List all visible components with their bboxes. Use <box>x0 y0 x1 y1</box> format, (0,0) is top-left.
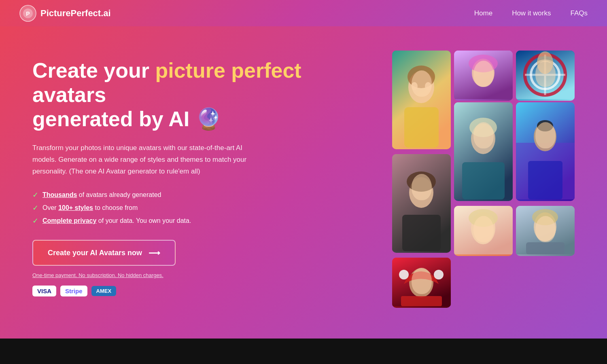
avatar-grid <box>392 51 575 306</box>
svg-point-6 <box>411 82 418 90</box>
feature-styles: ✓ Over 100+ styles to choose from <box>32 203 308 212</box>
svg-point-5 <box>407 66 435 88</box>
amex-badge: AMEX <box>91 286 117 296</box>
svg-rect-35 <box>526 242 565 254</box>
payment-note[interactable]: One-time payment. No subscription. No hi… <box>32 272 308 278</box>
avatar-1 <box>392 51 451 149</box>
thousands-link[interactable]: Thousands <box>42 191 77 198</box>
avatar-image-8 <box>516 206 575 254</box>
svg-point-37 <box>409 268 433 297</box>
avatar-image-1 <box>392 51 451 148</box>
navbar: P PicturePerfect.ai Home How it works FA… <box>0 0 607 26</box>
svg-rect-28 <box>528 161 562 199</box>
avatar-image-6 <box>516 102 575 199</box>
nav-how-it-works[interactable]: How it works <box>512 9 551 17</box>
svg-point-17 <box>409 177 433 208</box>
avatar-8 <box>516 206 575 256</box>
logo-link[interactable]: P PicturePerfect.ai <box>19 5 111 22</box>
nav-faqs[interactable]: FAQs <box>570 9 588 17</box>
bottom-section: Get Started By clicking on any of the fo… <box>0 339 607 364</box>
check-icon-1: ✓ <box>32 190 38 199</box>
styles-link[interactable]: 100+ styles <box>58 204 93 211</box>
avatar-7 <box>454 206 513 256</box>
avatar-2 <box>454 51 513 101</box>
svg-point-15 <box>537 51 553 74</box>
check-icon-3: ✓ <box>32 216 38 225</box>
svg-rect-40 <box>401 296 442 306</box>
svg-point-39 <box>399 270 409 279</box>
svg-point-18 <box>407 171 436 192</box>
avatar-6 <box>516 102 575 201</box>
feature-thousands: ✓ Thousands of avatars already generated <box>32 190 308 199</box>
svg-rect-23 <box>462 162 505 199</box>
nav-home[interactable]: Home <box>474 9 492 17</box>
avatar-image-4 <box>392 154 451 251</box>
svg-point-38 <box>434 270 444 279</box>
hero-title: Create your picture perfect avatars gene… <box>32 59 308 131</box>
avatar-9 <box>392 258 451 308</box>
avatar-image-5 <box>454 102 513 199</box>
hero-content: Create your picture perfect avatars gene… <box>32 51 308 296</box>
check-icon-2: ✓ <box>32 203 38 212</box>
svg-point-21 <box>471 123 495 154</box>
svg-point-14 <box>531 61 559 89</box>
svg-point-26 <box>534 122 556 151</box>
svg-point-34 <box>532 209 558 225</box>
avatar-3 <box>516 51 575 101</box>
svg-text:P: P <box>26 11 30 17</box>
avatar-image-2 <box>454 51 513 99</box>
svg-point-27 <box>537 120 553 131</box>
hero-description: Transform your photos into unique avatar… <box>32 142 267 178</box>
svg-point-31 <box>469 209 498 227</box>
feature-privacy: ✓ Complete privacy of your data. You own… <box>32 216 308 225</box>
avatar-5 <box>454 102 513 201</box>
avatar-image-9 <box>392 258 451 306</box>
avatar-image-3 <box>516 51 575 99</box>
stripe-badge: Stripe <box>60 286 87 296</box>
avatar-image-7 <box>454 206 513 254</box>
features-list: ✓ Thousands of avatars already generated… <box>32 190 308 225</box>
payment-icons: VISA Stripe AMEX <box>32 286 308 296</box>
svg-point-7 <box>425 82 431 90</box>
hero-section: Create your picture perfect avatars gene… <box>0 26 607 339</box>
svg-point-11 <box>469 55 498 72</box>
svg-point-22 <box>469 118 497 137</box>
logo-text: PicturePerfect.ai <box>40 8 111 19</box>
nav-links: Home How it works FAQs <box>474 9 588 17</box>
svg-rect-8 <box>404 107 439 148</box>
avatar-4 <box>392 154 451 253</box>
svg-rect-19 <box>402 215 441 251</box>
cta-button[interactable]: Create your AI Avatars now ⟶ <box>32 240 176 266</box>
privacy-link[interactable]: Complete privacy <box>42 217 96 224</box>
arrow-icon: ⟶ <box>149 248 160 258</box>
logo-icon: P <box>19 5 36 22</box>
visa-badge: VISA <box>32 286 56 296</box>
